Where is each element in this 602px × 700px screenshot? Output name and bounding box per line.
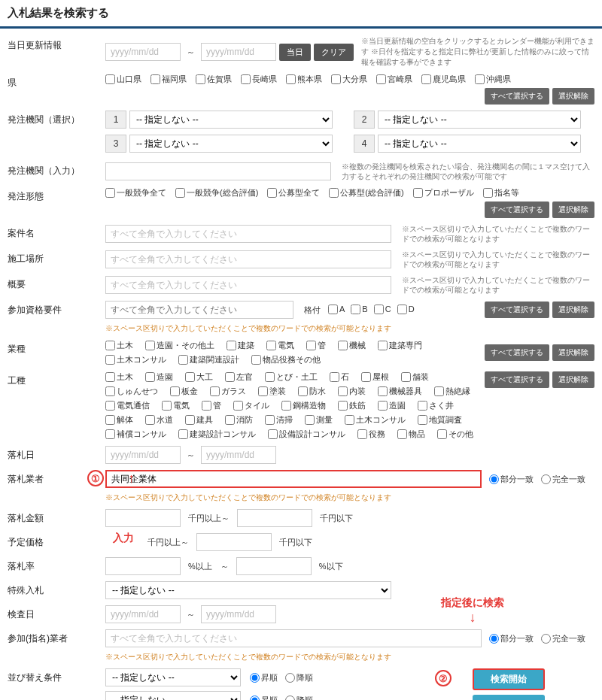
checkbox-input[interactable] [196,74,205,84]
checkbox-input[interactable] [378,401,388,411]
checkbox-input[interactable] [210,386,220,396]
org-select-4[interactable]: -- 指定しない -- [378,135,581,153]
award-date-from[interactable] [105,446,181,464]
checkbox-input[interactable] [241,74,251,84]
nominee-partial-radio[interactable] [489,634,499,644]
checkbox-input[interactable] [376,74,386,84]
nominee-exact-radio[interactable] [541,634,551,644]
checkbox-input[interactable] [175,188,185,198]
checkbox-input[interactable] [434,386,444,396]
checkbox-input[interactable] [483,188,493,198]
checkbox-input[interactable] [378,341,388,350]
clear-date-button[interactable]: クリア [314,44,354,61]
checkbox-input[interactable] [286,74,296,84]
checkbox-input[interactable] [306,341,316,350]
checkbox-input[interactable] [345,415,354,425]
location-input[interactable] [105,250,391,268]
checkbox-input[interactable] [185,372,195,382]
checkbox-input[interactable] [330,372,339,382]
special-select[interactable]: -- 指定しない -- [105,581,391,599]
industry-deselect[interactable]: 選択解除 [552,344,594,361]
checkbox-input[interactable] [145,415,155,425]
est-price-to[interactable] [196,533,272,551]
qualification-input[interactable] [105,301,293,319]
checkbox-input[interactable] [105,188,115,198]
checkbox-input[interactable] [258,386,268,396]
pref-select-all[interactable]: すべて選択する [485,88,549,105]
checkbox-input[interactable] [268,429,278,439]
checkbox-input[interactable] [437,429,447,439]
checkbox-input[interactable] [170,386,180,396]
checkbox-input[interactable] [265,372,275,382]
bidtype-deselect[interactable]: 選択解除 [552,202,594,218]
checkbox-input[interactable] [105,386,115,396]
checkbox-input[interactable] [397,429,407,439]
org-select-3[interactable]: -- 指定しない -- [129,135,333,153]
checkbox-input[interactable] [145,372,155,382]
checkbox-input[interactable] [162,401,172,411]
checkbox-input[interactable] [266,341,276,350]
award-company-partial-radio[interactable] [489,474,499,484]
checkbox-input[interactable] [331,74,341,84]
checkbox-input[interactable] [150,74,160,84]
sort1-asc[interactable] [250,673,260,683]
csv-button[interactable]: CSV出力 [473,695,546,700]
checkbox-input[interactable] [265,415,275,425]
checkbox-input[interactable] [105,341,115,350]
sort-select-1[interactable]: -- 指定しない -- [105,668,241,686]
checkbox-input[interactable] [185,415,195,425]
checkbox-input[interactable] [329,188,339,198]
bidtype-select-all[interactable]: すべて選択する [485,202,549,218]
checkbox-input[interactable] [178,355,188,365]
checkbox-input[interactable] [105,401,115,411]
checkbox-input[interactable] [338,401,348,411]
date-from-input[interactable] [105,43,181,61]
checkbox-input[interactable] [421,74,431,84]
checkbox-input[interactable] [251,355,261,365]
org-select-1[interactable]: -- 指定しない -- [129,111,333,129]
checkbox-input[interactable] [351,305,360,314]
checkbox-input[interactable] [397,305,407,314]
checkbox-input[interactable] [401,372,411,382]
project-input[interactable] [105,225,391,243]
qual-deselect[interactable]: 選択解除 [552,302,594,318]
date-to-input[interactable] [201,43,276,61]
checkbox-input[interactable] [202,401,211,411]
checkbox-input[interactable] [374,305,384,314]
sort2-desc[interactable] [285,695,295,701]
checkbox-input[interactable] [328,305,338,314]
checkbox-input[interactable] [225,372,235,382]
checkbox-input[interactable] [361,372,371,382]
sort-select-2[interactable]: -- 指定しない -- [105,691,241,700]
checkbox-input[interactable] [233,401,243,411]
award-rate-to[interactable] [236,557,312,575]
checkbox-input[interactable] [305,415,315,425]
sort1-desc[interactable] [285,673,295,683]
award-company-input[interactable] [105,470,482,488]
nominee-input[interactable] [105,629,482,647]
sort2-asc[interactable] [250,695,260,701]
checkbox-input[interactable] [105,372,115,382]
checkbox-input[interactable] [338,341,348,350]
award-company-exact-radio[interactable] [541,474,551,484]
checkbox-input[interactable] [378,386,388,396]
org-select-2[interactable]: -- 指定しない -- [378,111,581,129]
search-button[interactable]: 検索開始 [473,668,545,690]
industry-select-all[interactable]: すべて選択する [485,344,549,361]
checkbox-input[interactable] [105,355,115,365]
award-amount-from[interactable] [105,509,181,527]
checkbox-input[interactable] [418,415,427,425]
pref-deselect[interactable]: 選択解除 [552,88,594,105]
checkbox-input[interactable] [267,188,277,198]
checkbox-input[interactable] [475,74,485,84]
today-button[interactable]: 当日 [279,44,311,61]
inspect-date-to[interactable] [201,605,276,623]
checkbox-input[interactable] [105,429,115,439]
award-rate-from[interactable] [105,557,181,575]
org-input-field[interactable] [105,162,331,180]
checkbox-input[interactable] [418,401,427,411]
summary-input[interactable] [105,276,391,294]
checkbox-input[interactable] [105,415,115,425]
checkbox-input[interactable] [357,429,367,439]
qual-select-all[interactable]: すべて選択する [485,302,549,318]
